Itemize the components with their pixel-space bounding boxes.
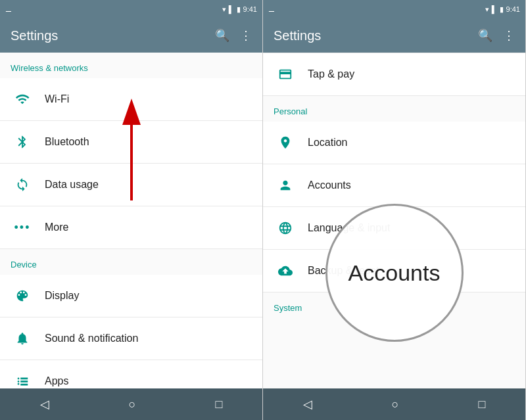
display-item[interactable]: Display xyxy=(0,275,262,317)
left-status-bar-right: ▾ ▌ ▮ 9:41 xyxy=(222,5,257,14)
left-time: 9:41 xyxy=(243,5,257,13)
language-label: Language & input xyxy=(308,222,390,234)
right-status-bar-left: ⚊ xyxy=(268,5,275,14)
system-header: System xyxy=(263,292,525,318)
right-content: Tap & pay Personal Location Accounts xyxy=(263,53,525,388)
language-icon xyxy=(274,216,297,240)
sound-item[interactable]: Sound & notification xyxy=(0,317,262,360)
left-status-bar: ⚊ ▾ ▌ ▮ 9:41 xyxy=(0,0,262,18)
wifi-status-icon: ▾ xyxy=(222,5,226,14)
data-usage-icon xyxy=(11,173,34,197)
right-recents-button[interactable]: □ xyxy=(463,392,502,417)
right-signal-icon: ▌ xyxy=(492,5,497,13)
bluetooth-icon xyxy=(11,130,34,154)
data-usage-item[interactable]: Data usage xyxy=(0,164,262,206)
right-time: 9:41 xyxy=(506,5,520,13)
personal-header: Personal xyxy=(263,96,525,122)
backup-item[interactable]: Backup & reset xyxy=(263,250,525,292)
backup-icon xyxy=(274,259,297,283)
left-status-bar-left: ⚊ xyxy=(5,5,12,14)
left-back-button[interactable]: ◁ xyxy=(24,392,65,417)
minus-icon: ⚊ xyxy=(5,5,12,14)
apps-item[interactable]: Apps xyxy=(0,360,262,388)
right-wifi-status-icon: ▾ xyxy=(485,5,489,14)
more-label: More xyxy=(45,222,68,233)
right-alarm-icon: ⚊ xyxy=(268,5,275,14)
left-nav-bar: ◁ ○ □ xyxy=(0,388,262,420)
apps-label: Apps xyxy=(45,375,68,387)
apps-icon xyxy=(11,369,34,388)
location-item[interactable]: Location xyxy=(263,122,525,164)
right-nav-bar: ◁ ○ □ xyxy=(263,388,525,420)
tap-pay-label: Tap & pay xyxy=(308,68,354,80)
tap-pay-icon xyxy=(274,62,297,86)
left-home-button[interactable]: ○ xyxy=(113,392,152,417)
right-status-bar: ⚊ ▾ ▌ ▮ 9:41 xyxy=(263,0,525,18)
left-recents-button[interactable]: □ xyxy=(200,392,239,417)
left-content: Wireless & networks Wi-Fi Bluetooth xyxy=(0,53,262,388)
language-item[interactable]: Language & input xyxy=(263,207,525,250)
display-icon xyxy=(11,284,34,308)
wifi-item[interactable]: Wi-Fi xyxy=(0,78,262,121)
right-status-bar-right: ▾ ▌ ▮ 9:41 xyxy=(485,5,520,14)
battery-icon: ▮ xyxy=(237,5,241,14)
device-header: Device xyxy=(0,249,262,275)
bluetooth-label: Bluetooth xyxy=(45,136,89,148)
backup-label: Backup & reset xyxy=(308,265,379,277)
location-icon xyxy=(274,131,297,154)
left-more-icon[interactable]: ⋮ xyxy=(240,28,252,43)
more-dots-icon: ••• xyxy=(11,216,34,239)
right-more-icon[interactable]: ⋮ xyxy=(503,28,515,43)
left-app-title: Settings xyxy=(11,28,215,43)
left-app-bar-icons: 🔍 ⋮ xyxy=(215,28,252,43)
left-app-bar: Settings 🔍 ⋮ xyxy=(0,18,262,53)
right-search-icon[interactable]: 🔍 xyxy=(478,28,492,43)
more-item[interactable]: ••• More xyxy=(0,206,262,249)
accounts-item[interactable]: Accounts xyxy=(263,164,525,207)
right-app-bar-icons: 🔍 ⋮ xyxy=(478,28,515,43)
wireless-networks-header: Wireless & networks xyxy=(0,53,262,78)
accounts-icon xyxy=(274,174,297,197)
wifi-icon xyxy=(11,87,34,111)
right-app-bar: Settings 🔍 ⋮ xyxy=(263,18,525,53)
wifi-label: Wi-Fi xyxy=(45,93,69,105)
right-app-title: Settings xyxy=(274,28,478,43)
right-home-button[interactable]: ○ xyxy=(376,392,415,417)
signal-icon: ▌ xyxy=(229,5,234,13)
right-back-button[interactable]: ◁ xyxy=(287,392,328,417)
sound-icon xyxy=(11,327,34,350)
display-label: Display xyxy=(45,290,79,302)
data-usage-label: Data usage xyxy=(45,179,99,191)
left-search-icon[interactable]: 🔍 xyxy=(215,28,229,43)
location-label: Location xyxy=(308,137,348,149)
sound-label: Sound & notification xyxy=(45,333,138,344)
tap-pay-item[interactable]: Tap & pay xyxy=(263,53,525,96)
accounts-label: Accounts xyxy=(308,179,351,191)
right-battery-icon: ▮ xyxy=(500,5,504,14)
bluetooth-item[interactable]: Bluetooth xyxy=(0,121,262,164)
